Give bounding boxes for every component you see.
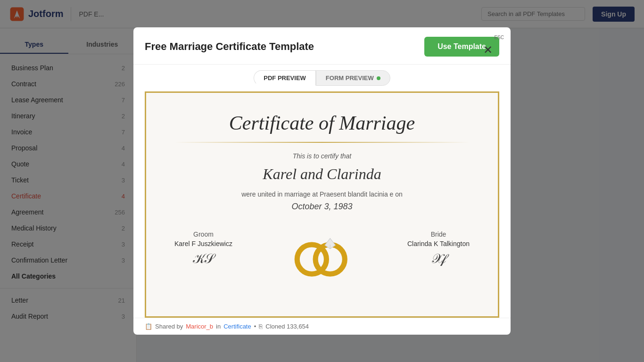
form-preview-dot xyxy=(377,76,380,80)
footer-shared-text: Shared by xyxy=(155,323,183,330)
footer-cloned-count: Cloned 133,654 xyxy=(265,323,309,330)
certificate-frame: Certificate of Marriage This is to certi… xyxy=(145,91,499,318)
groom-role: Groom xyxy=(174,230,232,238)
footer-author-link[interactable]: Maricor_b xyxy=(186,323,213,330)
modal: Free Marriage Certificate Template Use T… xyxy=(133,27,511,335)
modal-title: Free Marriage Certificate Template xyxy=(145,41,314,53)
preview-tabs: PDF PREVIEW FORM PREVIEW xyxy=(133,65,511,86)
certificate-divider xyxy=(174,142,470,143)
bride-signature: 𝒳𝒻 xyxy=(407,251,470,267)
footer-icon: 📋 xyxy=(145,323,152,330)
modal-footer: 📋 Shared by Maricor_b in Certificate • ⎘… xyxy=(133,318,511,335)
bride-party: Bride Clarinda K Talkington 𝒳𝒻 xyxy=(407,230,470,271)
rings-illustration xyxy=(232,230,407,278)
groom-party: Groom Karel F Juszkiewicz 𝒦𝒮 xyxy=(174,230,232,271)
certificate-title: Certificate of Marriage xyxy=(229,112,415,134)
bride-role: Bride xyxy=(407,230,470,238)
modal-overlay[interactable]: Free Marriage Certificate Template Use T… xyxy=(0,0,644,362)
rings-svg xyxy=(282,230,357,278)
certificate-date: October 3, 1983 xyxy=(291,202,352,212)
close-label: ESC xyxy=(494,35,504,40)
certificate-names: Karel and Clarinda xyxy=(263,165,381,183)
modal-header: Free Marriage Certificate Template Use T… xyxy=(133,27,511,65)
close-button-container: ✕ ESC xyxy=(494,34,504,40)
footer-cloned-text: • xyxy=(254,323,256,330)
certificate-united-text: were united in marriage at Praesent blan… xyxy=(241,190,403,198)
tab-form-label: FORM PREVIEW xyxy=(326,74,374,82)
certificate-container: Certificate of Marriage This is to certi… xyxy=(133,86,511,318)
tab-pdf-preview[interactable]: PDF PREVIEW xyxy=(254,70,316,86)
close-button[interactable]: ✕ xyxy=(479,41,496,58)
bride-name: Clarinda K Talkington xyxy=(407,240,470,247)
footer-in-text: in xyxy=(216,323,221,330)
groom-name: Karel F Juszkiewicz xyxy=(174,240,232,247)
groom-signature: 𝒦𝒮 xyxy=(174,251,232,267)
certificate-certify: This is to certify that xyxy=(293,152,351,160)
footer-category-link[interactable]: Certificate xyxy=(223,323,251,330)
tab-form-preview[interactable]: FORM PREVIEW xyxy=(316,70,390,86)
certificate-parties: Groom Karel F Juszkiewicz 𝒦𝒮 xyxy=(174,230,470,278)
footer-clone-icon: ⎘ xyxy=(259,323,263,330)
